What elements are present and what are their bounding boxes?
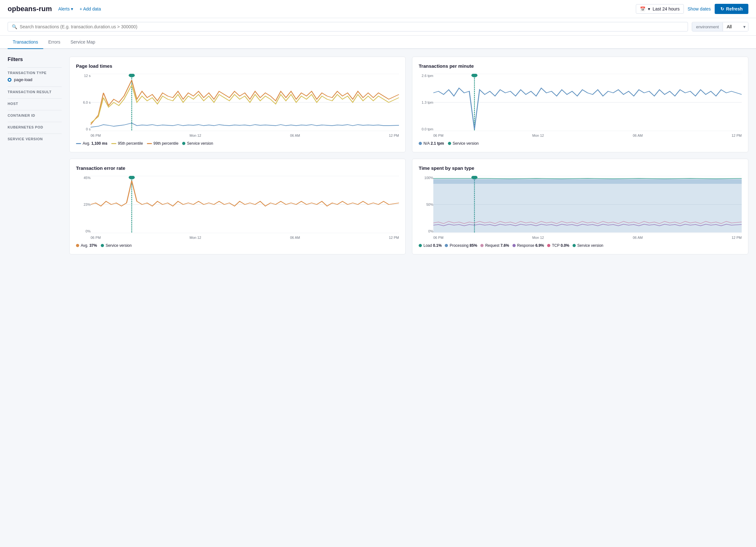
filter-container-id-label: CONTAINER ID (8, 113, 62, 117)
legend-load-dot (419, 244, 422, 247)
tab-service-map[interactable]: Service Map (65, 36, 100, 49)
legend-avg: Avg. 1,100 ms (76, 141, 107, 146)
filter-kubernetes-pod: KUBERNETES POD (8, 122, 62, 129)
chart-span-area: 100% 50% 0% (419, 176, 742, 239)
chart-svg-error (91, 176, 399, 233)
charts-grid: Page load times 12 s 6.0 s 0 s (69, 57, 748, 254)
filter-service-version: SERVICE VERSION (8, 133, 62, 141)
header-right: 📅 ▾ Last 24 hours Show dates ↻ Refresh (636, 4, 748, 14)
add-data-button[interactable]: + Add data (79, 6, 101, 11)
chart-transactions-per-minute: Transactions per minute 2.6 tpm 1.3 tpm … (412, 57, 748, 152)
chart-page-load-title: Page load times (76, 63, 399, 69)
legend-95th-line (111, 143, 116, 144)
legend-error-service-version: Service version (101, 243, 132, 248)
legend-processing-dot (445, 244, 448, 247)
legend-load: Load 0.1% (419, 243, 442, 248)
svg-point-14 (129, 176, 135, 179)
chevron-down-icon: ▾ (71, 6, 73, 11)
env-select[interactable]: All (723, 22, 741, 31)
search-bar: 🔍 environment All ▾ (0, 18, 756, 36)
refresh-label: Refresh (726, 6, 743, 11)
filter-item-page-load[interactable]: page-load (8, 77, 62, 82)
legend-tcp-dot (547, 244, 550, 247)
time-range-label: Last 24 hours (653, 6, 680, 11)
legend-na: N/A 2.1 tpm (419, 141, 444, 146)
legend-avg-error-dot (76, 244, 79, 247)
radio-icon (8, 78, 11, 82)
chevron-down-icon: ▾ (648, 6, 650, 11)
chart-svg-page-load (91, 74, 399, 131)
legend-service-version: Service version (182, 141, 213, 146)
chart-error-legend: Avg. 37% Service version (76, 243, 399, 248)
chart-tpm-area: 2.6 tpm 1.3 tpm 0.0 tpm (419, 74, 742, 137)
chart-error-area: 45% 23% 0% 06 PM (76, 176, 399, 239)
legend-processing: Processing 85% (445, 243, 477, 248)
time-range-picker[interactable]: 📅 ▾ Last 24 hours (636, 4, 684, 14)
x-axis-span: 06 PM Mon 12 06 AM 12 PM (433, 236, 742, 239)
legend-99th: 99th percentile (147, 141, 179, 146)
chevron-down-icon: ▾ (741, 22, 748, 31)
chart-time-spent-by-span: Time spent by span type 100% 50% 0% (412, 159, 748, 254)
refresh-icon: ↻ (720, 6, 724, 11)
header-left: opbeans-rum Alerts ▾ + Add data (8, 5, 631, 13)
y-axis-tpm: 2.6 tpm 1.3 tpm 0.0 tpm (419, 74, 433, 131)
svg-point-19 (471, 176, 478, 179)
sidebar: Filters TRANSACTION TYPE page-load TRANS… (8, 57, 62, 254)
legend-response: Response 6.9% (512, 243, 544, 248)
filter-service-version-label: SERVICE VERSION (8, 137, 62, 141)
chart-error-title: Transaction error rate (76, 165, 399, 171)
legend-95th: 95th percentile (111, 141, 143, 146)
tabs: Transactions Errors Service Map (0, 36, 756, 49)
x-axis-error: 06 PM Mon 12 06 AM 12 PM (91, 236, 399, 239)
show-dates-button[interactable]: Show dates (688, 6, 711, 11)
app-title: opbeans-rum (8, 5, 52, 13)
chart-tpm-legend: N/A 2.1 tpm Service version (419, 141, 742, 146)
svg-point-9 (471, 74, 478, 77)
alerts-label: Alerts (58, 6, 70, 11)
legend-span-service-version: Service version (573, 243, 603, 248)
legend-tpm-service-version-dot (448, 142, 451, 145)
legend-tcp: TCP 0.0% (547, 243, 569, 248)
search-icon: 🔍 (12, 24, 17, 29)
tab-transactions[interactable]: Transactions (8, 36, 43, 49)
legend-response-dot (512, 244, 516, 247)
environment-filter: environment All ▾ (692, 22, 748, 31)
legend-span-service-version-dot (573, 244, 576, 247)
y-axis-page-load: 12 s 6.0 s 0 s (76, 74, 91, 131)
calendar-icon: 📅 (640, 6, 645, 11)
env-label: environment (692, 23, 723, 31)
filter-kubernetes-pod-label: KUBERNETES POD (8, 125, 62, 129)
chart-page-load-times: Page load times 12 s 6.0 s 0 s (69, 57, 406, 152)
search-input[interactable] (20, 24, 684, 29)
add-data-label: + Add data (79, 6, 101, 11)
chart-span-legend: Load 0.1% Processing 85% Request 7.6% Re… (419, 243, 742, 248)
filter-host-label: HOST (8, 102, 62, 106)
legend-99th-line (147, 143, 152, 144)
filter-host: HOST (8, 98, 62, 106)
legend-avg-line (76, 143, 81, 144)
legend-na-dot (419, 142, 422, 145)
legend-error-service-version-dot (101, 244, 104, 247)
search-input-wrap: 🔍 (8, 22, 688, 31)
legend-service-version-dot (182, 142, 185, 145)
filter-container-id: CONTAINER ID (8, 110, 62, 117)
tab-errors[interactable]: Errors (43, 36, 65, 49)
chart-transaction-error-rate: Transaction error rate 45% 23% 0% (69, 159, 406, 254)
y-axis-error: 45% 23% 0% (76, 176, 91, 233)
filter-transaction-result: TRANSACTION RESULT (8, 86, 62, 94)
refresh-button[interactable]: ↻ Refresh (715, 4, 748, 14)
filter-transaction-type-label: TRANSACTION TYPE (8, 71, 62, 75)
main-content: Filters TRANSACTION TYPE page-load TRANS… (0, 49, 756, 262)
legend-avg-error: Avg. 37% (76, 243, 97, 248)
chart-span-title: Time spent by span type (419, 165, 742, 171)
legend-tpm-service-version: Service version (448, 141, 479, 146)
chart-svg-span (433, 176, 742, 233)
x-axis-tpm: 06 PM Mon 12 06 AM 12 PM (433, 133, 742, 137)
svg-point-4 (129, 74, 135, 77)
filter-transaction-result-label: TRANSACTION RESULT (8, 90, 62, 94)
y-axis-span: 100% 50% 0% (419, 176, 433, 233)
x-axis-page-load: 06 PM Mon 12 06 AM 12 PM (91, 133, 399, 137)
chart-tpm-title: Transactions per minute (419, 63, 742, 69)
legend-request-dot (480, 244, 484, 247)
alerts-button[interactable]: Alerts ▾ (58, 6, 73, 11)
